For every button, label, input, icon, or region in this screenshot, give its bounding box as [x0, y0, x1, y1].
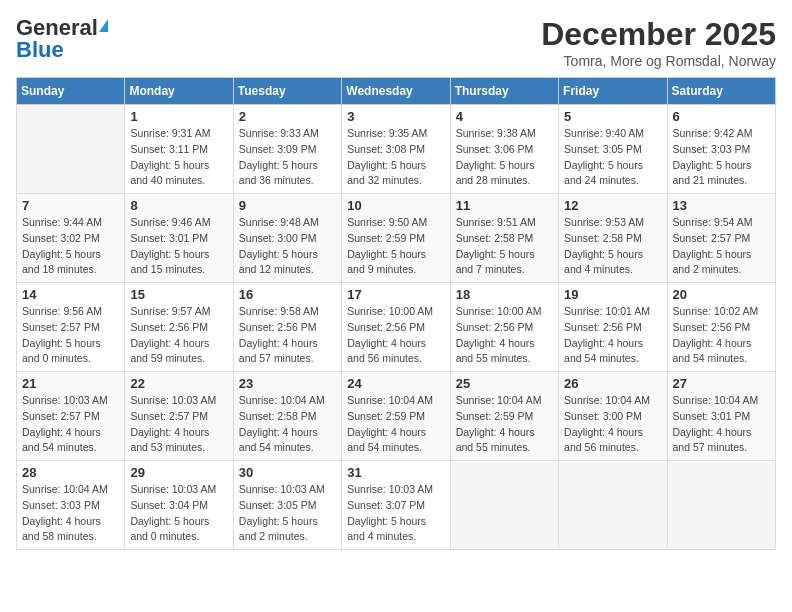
calendar-cell: 31Sunrise: 10:03 AM Sunset: 3:07 PM Dayl… [342, 461, 450, 550]
calendar-cell [17, 105, 125, 194]
day-number: 12 [564, 198, 661, 213]
calendar-cell: 10Sunrise: 9:50 AM Sunset: 2:59 PM Dayli… [342, 194, 450, 283]
day-number: 26 [564, 376, 661, 391]
calendar-cell: 29Sunrise: 10:03 AM Sunset: 3:04 PM Dayl… [125, 461, 233, 550]
day-info: Sunrise: 9:46 AM Sunset: 3:01 PM Dayligh… [130, 215, 227, 278]
day-number: 19 [564, 287, 661, 302]
calendar-cell: 9Sunrise: 9:48 AM Sunset: 3:00 PM Daylig… [233, 194, 341, 283]
day-info: Sunrise: 10:04 AM Sunset: 3:03 PM Daylig… [22, 482, 119, 545]
day-info: Sunrise: 10:03 AM Sunset: 3:04 PM Daylig… [130, 482, 227, 545]
calendar-week-row: 21Sunrise: 10:03 AM Sunset: 2:57 PM Dayl… [17, 372, 776, 461]
day-number: 23 [239, 376, 336, 391]
day-number: 13 [673, 198, 770, 213]
day-info: Sunrise: 9:42 AM Sunset: 3:03 PM Dayligh… [673, 126, 770, 189]
day-info: Sunrise: 10:04 AM Sunset: 2:59 PM Daylig… [456, 393, 553, 456]
day-number: 28 [22, 465, 119, 480]
header-saturday: Saturday [667, 78, 775, 105]
day-number: 30 [239, 465, 336, 480]
day-number: 9 [239, 198, 336, 213]
day-number: 5 [564, 109, 661, 124]
day-info: Sunrise: 9:38 AM Sunset: 3:06 PM Dayligh… [456, 126, 553, 189]
calendar-cell: 11Sunrise: 9:51 AM Sunset: 2:58 PM Dayli… [450, 194, 558, 283]
calendar-cell: 26Sunrise: 10:04 AM Sunset: 3:00 PM Dayl… [559, 372, 667, 461]
day-info: Sunrise: 9:51 AM Sunset: 2:58 PM Dayligh… [456, 215, 553, 278]
day-number: 18 [456, 287, 553, 302]
header-monday: Monday [125, 78, 233, 105]
calendar-cell: 28Sunrise: 10:04 AM Sunset: 3:03 PM Dayl… [17, 461, 125, 550]
calendar-cell: 30Sunrise: 10:03 AM Sunset: 3:05 PM Dayl… [233, 461, 341, 550]
calendar-cell: 20Sunrise: 10:02 AM Sunset: 2:56 PM Dayl… [667, 283, 775, 372]
calendar-week-row: 7Sunrise: 9:44 AM Sunset: 3:02 PM Daylig… [17, 194, 776, 283]
day-number: 25 [456, 376, 553, 391]
calendar-week-row: 1Sunrise: 9:31 AM Sunset: 3:11 PM Daylig… [17, 105, 776, 194]
day-info: Sunrise: 9:35 AM Sunset: 3:08 PM Dayligh… [347, 126, 444, 189]
day-info: Sunrise: 10:03 AM Sunset: 2:57 PM Daylig… [130, 393, 227, 456]
day-number: 27 [673, 376, 770, 391]
day-number: 6 [673, 109, 770, 124]
day-number: 16 [239, 287, 336, 302]
day-number: 10 [347, 198, 444, 213]
day-info: Sunrise: 10:04 AM Sunset: 3:00 PM Daylig… [564, 393, 661, 456]
day-number: 21 [22, 376, 119, 391]
day-number: 29 [130, 465, 227, 480]
calendar-cell: 22Sunrise: 10:03 AM Sunset: 2:57 PM Dayl… [125, 372, 233, 461]
header-wednesday: Wednesday [342, 78, 450, 105]
calendar-cell: 25Sunrise: 10:04 AM Sunset: 2:59 PM Dayl… [450, 372, 558, 461]
day-number: 20 [673, 287, 770, 302]
calendar-table: SundayMondayTuesdayWednesdayThursdayFrid… [16, 77, 776, 550]
title-block: December 2025 Tomra, More og Romsdal, No… [541, 16, 776, 69]
day-info: Sunrise: 9:33 AM Sunset: 3:09 PM Dayligh… [239, 126, 336, 189]
header-thursday: Thursday [450, 78, 558, 105]
day-number: 8 [130, 198, 227, 213]
day-number: 15 [130, 287, 227, 302]
header-friday: Friday [559, 78, 667, 105]
calendar-cell [559, 461, 667, 550]
calendar-cell: 21Sunrise: 10:03 AM Sunset: 2:57 PM Dayl… [17, 372, 125, 461]
day-info: Sunrise: 9:31 AM Sunset: 3:11 PM Dayligh… [130, 126, 227, 189]
day-info: Sunrise: 9:53 AM Sunset: 2:58 PM Dayligh… [564, 215, 661, 278]
day-number: 14 [22, 287, 119, 302]
day-info: Sunrise: 9:44 AM Sunset: 3:02 PM Dayligh… [22, 215, 119, 278]
page-header: General Blue December 2025 Tomra, More o… [16, 16, 776, 69]
calendar-cell [667, 461, 775, 550]
day-number: 3 [347, 109, 444, 124]
calendar-cell: 14Sunrise: 9:56 AM Sunset: 2:57 PM Dayli… [17, 283, 125, 372]
header-tuesday: Tuesday [233, 78, 341, 105]
logo: General Blue [16, 16, 108, 62]
day-number: 7 [22, 198, 119, 213]
calendar-cell: 3Sunrise: 9:35 AM Sunset: 3:08 PM Daylig… [342, 105, 450, 194]
day-info: Sunrise: 9:50 AM Sunset: 2:59 PM Dayligh… [347, 215, 444, 278]
day-info: Sunrise: 9:40 AM Sunset: 3:05 PM Dayligh… [564, 126, 661, 189]
calendar-cell: 17Sunrise: 10:00 AM Sunset: 2:56 PM Dayl… [342, 283, 450, 372]
day-number: 24 [347, 376, 444, 391]
day-info: Sunrise: 9:57 AM Sunset: 2:56 PM Dayligh… [130, 304, 227, 367]
day-info: Sunrise: 10:03 AM Sunset: 3:07 PM Daylig… [347, 482, 444, 545]
day-info: Sunrise: 9:56 AM Sunset: 2:57 PM Dayligh… [22, 304, 119, 367]
day-info: Sunrise: 9:58 AM Sunset: 2:56 PM Dayligh… [239, 304, 336, 367]
day-number: 1 [130, 109, 227, 124]
day-number: 2 [239, 109, 336, 124]
calendar-cell [450, 461, 558, 550]
calendar-cell: 16Sunrise: 9:58 AM Sunset: 2:56 PM Dayli… [233, 283, 341, 372]
day-number: 17 [347, 287, 444, 302]
calendar-cell: 18Sunrise: 10:00 AM Sunset: 2:56 PM Dayl… [450, 283, 558, 372]
header-sunday: Sunday [17, 78, 125, 105]
calendar-cell: 23Sunrise: 10:04 AM Sunset: 2:58 PM Dayl… [233, 372, 341, 461]
calendar-cell: 19Sunrise: 10:01 AM Sunset: 2:56 PM Dayl… [559, 283, 667, 372]
calendar-cell: 5Sunrise: 9:40 AM Sunset: 3:05 PM Daylig… [559, 105, 667, 194]
day-number: 4 [456, 109, 553, 124]
calendar-cell: 1Sunrise: 9:31 AM Sunset: 3:11 PM Daylig… [125, 105, 233, 194]
calendar-cell: 27Sunrise: 10:04 AM Sunset: 3:01 PM Dayl… [667, 372, 775, 461]
calendar-cell: 24Sunrise: 10:04 AM Sunset: 2:59 PM Dayl… [342, 372, 450, 461]
day-info: Sunrise: 10:04 AM Sunset: 2:59 PM Daylig… [347, 393, 444, 456]
day-info: Sunrise: 9:48 AM Sunset: 3:00 PM Dayligh… [239, 215, 336, 278]
calendar-cell: 13Sunrise: 9:54 AM Sunset: 2:57 PM Dayli… [667, 194, 775, 283]
day-info: Sunrise: 10:00 AM Sunset: 2:56 PM Daylig… [347, 304, 444, 367]
calendar-header-row: SundayMondayTuesdayWednesdayThursdayFrid… [17, 78, 776, 105]
calendar-cell: 2Sunrise: 9:33 AM Sunset: 3:09 PM Daylig… [233, 105, 341, 194]
day-info: Sunrise: 10:03 AM Sunset: 3:05 PM Daylig… [239, 482, 336, 545]
month-year-title: December 2025 [541, 16, 776, 53]
day-number: 11 [456, 198, 553, 213]
day-number: 31 [347, 465, 444, 480]
day-info: Sunrise: 10:00 AM Sunset: 2:56 PM Daylig… [456, 304, 553, 367]
